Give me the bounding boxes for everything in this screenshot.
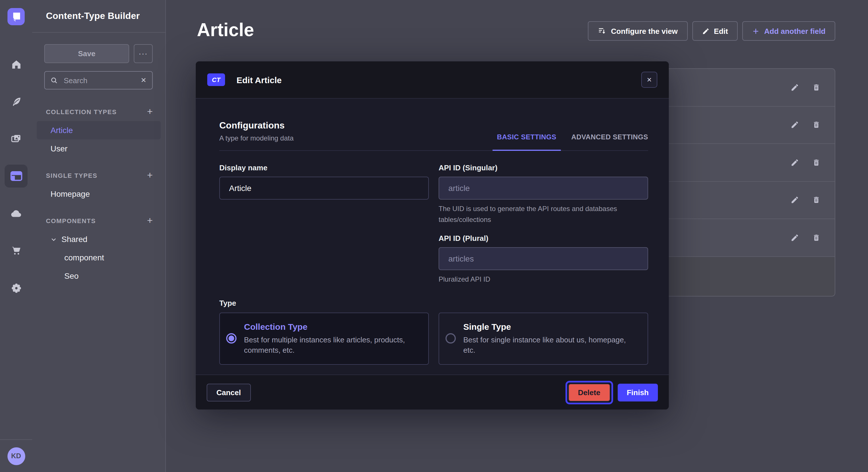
trash-icon[interactable] (812, 83, 821, 92)
collection-type-card[interactable]: Collection Type Best for multiple instan… (219, 312, 429, 365)
settings-icon[interactable] (5, 276, 28, 299)
radio-collection-type[interactable] (226, 334, 237, 344)
edit-button[interactable]: Edit (692, 21, 738, 41)
display-name-field-group: Display name (219, 164, 429, 225)
section-components: COMPONENTS + Shared component Seo (32, 216, 165, 285)
single-type-desc: Best for single instance like about us, … (463, 335, 636, 355)
feather-icon[interactable] (5, 90, 28, 113)
cloud-icon[interactable] (5, 202, 28, 225)
app-root: KD Content-Type Builder Save ··· ✕ COLLE… (0, 0, 868, 472)
pencil-icon[interactable] (790, 121, 799, 130)
main-nav-rail: KD (0, 0, 33, 472)
api-id-singular-field-group: API ID (Singular) The UID is used to gen… (439, 164, 648, 225)
content-type-builder-icon[interactable] (5, 165, 28, 188)
pencil-icon[interactable] (790, 233, 799, 242)
chevron-down-icon (51, 236, 57, 242)
single-type-card[interactable]: Single Type Best for single instance lik… (439, 312, 648, 365)
sidebar-item-homepage[interactable]: Homepage (37, 185, 161, 203)
api-id-singular-label: API ID (Singular) (439, 164, 648, 172)
trash-icon[interactable] (812, 121, 821, 130)
configure-view-button[interactable]: Configure the view (588, 21, 688, 41)
configurations-title: Configurations (219, 121, 293, 131)
search-box: ✕ (44, 71, 153, 90)
section-collection-types: COLLECTION TYPES + Article User (32, 107, 165, 158)
api-id-plural-helper: Pluralized API ID (439, 274, 648, 285)
search-input[interactable] (63, 75, 136, 85)
configurations-subtitle: A type for modeling data (219, 134, 293, 142)
media-library-icon[interactable] (5, 127, 28, 150)
rail-nav (5, 53, 28, 439)
home-icon[interactable] (5, 53, 28, 76)
add-collection-type-icon[interactable]: + (147, 107, 153, 116)
plus-icon (752, 27, 760, 35)
tab-basic-settings[interactable]: BASIC SETTINGS (497, 133, 556, 150)
pencil-icon[interactable] (790, 158, 799, 167)
rail-footer: KD (0, 439, 32, 472)
section-label: COMPONENTS (46, 217, 96, 224)
content-type-badge: CT (207, 73, 225, 86)
api-id-plural-input[interactable] (439, 247, 648, 270)
edit-article-modal: CT Edit Article ✕ Configurations A type … (196, 61, 669, 409)
strapi-logo[interactable] (7, 8, 25, 25)
subnav-title: Content-Type Builder (46, 11, 140, 21)
pencil-icon[interactable] (790, 83, 799, 92)
delete-button[interactable]: Delete (568, 383, 610, 401)
trash-icon[interactable] (812, 196, 821, 205)
sidebar-item-seo[interactable]: Seo (37, 267, 161, 285)
add-component-icon[interactable]: + (147, 216, 153, 225)
section-label: SINGLE TYPES (46, 172, 97, 179)
api-id-singular-input[interactable] (439, 177, 648, 200)
sidebar-item-user[interactable]: User (37, 139, 161, 158)
more-options-button[interactable]: ··· (134, 44, 153, 63)
user-avatar[interactable]: KD (7, 447, 25, 465)
pencil-icon[interactable] (790, 196, 799, 205)
section-label: COLLECTION TYPES (46, 108, 117, 115)
trash-icon[interactable] (812, 158, 821, 167)
display-name-input[interactable] (219, 177, 429, 200)
api-id-singular-helper: The UID is used to generate the API rout… (439, 204, 648, 225)
pencil-icon (702, 27, 709, 35)
collection-type-desc: Best for multiple instances like article… (244, 335, 416, 355)
cancel-button[interactable]: Cancel (207, 383, 251, 401)
content-type-builder-subnav: Content-Type Builder Save ··· ✕ COLLECTI… (32, 0, 166, 472)
radio-single-type[interactable] (445, 334, 456, 344)
modal-body: Configurations A type for modeling data … (196, 99, 669, 374)
finish-button[interactable]: Finish (617, 383, 658, 401)
page-title: Article (197, 20, 254, 41)
api-id-plural-label: API ID (Plural) (439, 234, 648, 243)
collection-type-title: Collection Type (244, 322, 416, 332)
modal-header: CT Edit Article ✕ (196, 61, 669, 99)
add-another-field-button[interactable]: Add another field (742, 21, 835, 41)
sidebar-item-component[interactable]: component (37, 248, 161, 267)
section-single-types: SINGLE TYPES + Homepage (32, 170, 165, 203)
tab-advanced-settings[interactable]: ADVANCED SETTINGS (571, 133, 648, 150)
sidebar-item-shared[interactable]: Shared (37, 230, 161, 248)
settings-tabs: BASIC SETTINGS ADVANCED SETTINGS (497, 133, 648, 150)
search-icon (51, 76, 58, 84)
modal-title: Edit Article (237, 75, 282, 85)
close-icon[interactable]: ✕ (641, 72, 657, 88)
type-label: Type (219, 299, 648, 307)
display-name-label: Display name (219, 164, 429, 172)
api-id-plural-field-group: API ID (Plural) Pluralized API ID (439, 234, 648, 285)
save-button[interactable]: Save (44, 44, 129, 63)
configure-view-icon (598, 27, 607, 35)
sidebar-item-article[interactable]: Article (37, 121, 161, 139)
subnav-header: Content-Type Builder (32, 0, 165, 33)
add-single-type-icon[interactable]: + (147, 170, 153, 180)
modal-footer: Cancel Delete Finish (196, 374, 669, 409)
search-clear-icon[interactable]: ✕ (141, 76, 146, 84)
delete-button-highlight-ring: Delete (565, 380, 613, 404)
single-type-title: Single Type (463, 322, 636, 332)
trash-icon[interactable] (812, 233, 821, 242)
cart-icon[interactable] (5, 239, 28, 262)
